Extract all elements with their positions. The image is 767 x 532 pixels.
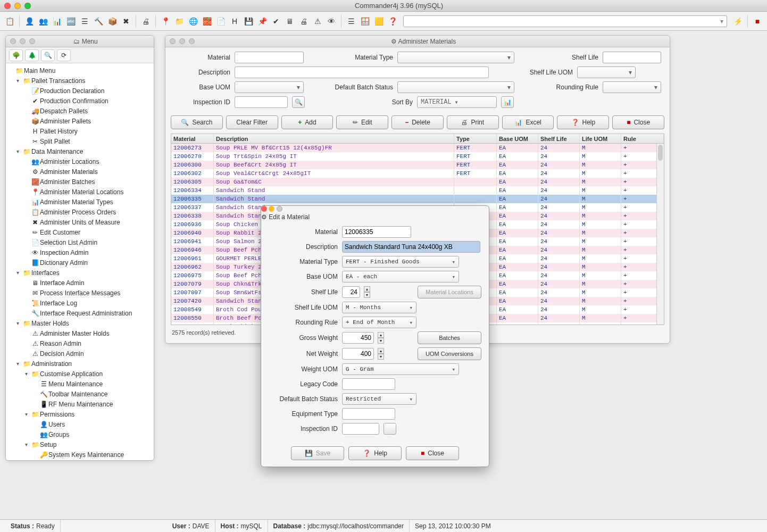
menu-zoom-icon[interactable]: [29, 38, 35, 44]
col-rule[interactable]: Rule: [621, 134, 664, 143]
toolbar-icon-16[interactable]: 💾: [242, 15, 255, 28]
toolbar-icon-15[interactable]: H: [228, 15, 241, 28]
col-description[interactable]: Description: [214, 134, 454, 143]
net-spinner[interactable]: ▲▼: [378, 348, 384, 360]
toolbar-icon-17[interactable]: 📌: [256, 15, 269, 28]
table-row[interactable]: 12006273Soup PRLE MV Bf&Crt15 12(4x85g)F…: [171, 144, 664, 152]
gross-spinner[interactable]: ▲▼: [378, 332, 384, 344]
col-life-uom[interactable]: Life UOM: [580, 134, 621, 143]
toolbar-icon-2[interactable]: 👥: [37, 15, 49, 28]
lightning-icon[interactable]: ⚡: [731, 15, 744, 28]
toolbar-icon-22[interactable]: 👁: [325, 15, 338, 28]
edit-rounding-combo[interactable]: + End of Month: [342, 317, 416, 328]
tree-item-19[interactable]: 📘Dictionary Admin: [7, 257, 153, 268]
uom-conversions-button[interactable]: UOM Conversions: [418, 347, 481, 360]
admin-close-icon[interactable]: [170, 38, 176, 44]
edit-defbatch-combo[interactable]: Restricted: [342, 393, 416, 405]
tree-item-20[interactable]: ▾📁Interfaces: [7, 268, 153, 278]
tree-btn-4[interactable]: ⟳: [57, 49, 71, 61]
base-uom-combo[interactable]: [235, 81, 304, 93]
tree-item-39[interactable]: 🧩Modules: [7, 460, 153, 460]
batches-button[interactable]: Batches: [418, 331, 481, 344]
tree-item-5[interactable]: 📦Administer Pallets: [7, 116, 153, 126]
tree-item-24[interactable]: 🔧Interface Request Administration: [7, 308, 153, 318]
toolbar-icon-1[interactable]: 👤: [23, 15, 36, 28]
close-button[interactable]: ■ Close: [612, 115, 664, 129]
toolbar-icon-4[interactable]: 🔤: [64, 15, 77, 28]
description-input[interactable]: [235, 66, 489, 78]
tree-item-34[interactable]: ▾📁Permissions: [7, 409, 153, 419]
toolbar-icon-26[interactable]: ❓: [386, 15, 399, 28]
edit-slifeuom-combo[interactable]: M - Months: [342, 302, 416, 313]
col-base-uom[interactable]: Base UOM: [497, 134, 538, 143]
edit-shelflife-input[interactable]: [342, 286, 360, 298]
tree-item-6[interactable]: HPallet History: [7, 126, 153, 136]
tree-item-7[interactable]: ✂Split Pallet: [7, 136, 153, 146]
toolbar-icon-6[interactable]: 🔨: [92, 15, 105, 28]
toolbar-icon-3[interactable]: 📊: [51, 15, 63, 28]
edit-insp-lookup[interactable]: [384, 423, 396, 435]
menu-tree[interactable]: 📁Main Menu▾📁Pallet Transactions📝Producti…: [6, 63, 154, 460]
sort-by-combo[interactable]: MATERIAL: [417, 96, 497, 108]
menu-min-icon[interactable]: [20, 38, 26, 44]
table-row[interactable]: 12006305Soup Ga&Tom&CEA24M+: [171, 178, 664, 186]
edit-legacy-input[interactable]: [342, 378, 395, 390]
edit-net-input[interactable]: [342, 348, 374, 360]
tree-item-22[interactable]: ✉Process Interface Messages: [7, 288, 153, 298]
tree-btn-3[interactable]: 🔍: [41, 49, 55, 61]
excel-button[interactable]: 📊 Excel: [502, 115, 554, 129]
tree-item-14[interactable]: 📋Administer Process Orders: [7, 207, 153, 217]
material-input[interactable]: [235, 52, 304, 63]
table-row[interactable]: 12006302Soup Veal&Crt&Crgt 24x85gITFERTE…: [171, 169, 664, 178]
tree-item-0[interactable]: 📁Main Menu: [7, 65, 153, 76]
tree-item-9[interactable]: 👥Administer Locations: [7, 156, 153, 167]
edit-close-icon[interactable]: [261, 206, 267, 212]
toolbar-icon-9[interactable]: 🖨: [139, 15, 152, 28]
edit-wuom-combo[interactable]: G - Gram: [342, 363, 459, 375]
edit-gross-input[interactable]: [342, 332, 374, 344]
col-type[interactable]: Type: [454, 134, 497, 143]
tree-item-23[interactable]: 📜Interface Log: [7, 298, 153, 308]
tree-item-31[interactable]: ☰Menu Maintenance: [7, 379, 153, 389]
zoom-window-icon[interactable]: [24, 3, 31, 9]
delete-button[interactable]: − Delete: [391, 115, 444, 129]
tree-item-11[interactable]: 🧱Administer Batches: [7, 177, 153, 187]
tree-item-15[interactable]: ✖Administer Units of Measure: [7, 217, 153, 227]
toolbar-icon-14[interactable]: 📄: [214, 15, 227, 28]
tree-item-25[interactable]: ▾📁Master Holds: [7, 318, 153, 328]
shelf-life-input[interactable]: [603, 52, 661, 63]
inspection-lookup-button[interactable]: 🔍: [292, 96, 305, 108]
tree-item-21[interactable]: 🖥Interface Admin: [7, 278, 153, 288]
edit-close-button[interactable]: ■ Close: [406, 446, 459, 460]
default-batch-combo[interactable]: [397, 81, 514, 93]
toolbar-combo[interactable]: ▾: [403, 15, 727, 27]
tree-item-10[interactable]: ⚙Administer Materials: [7, 167, 153, 177]
toolbar-icon-23[interactable]: ☰: [345, 15, 357, 28]
tree-item-12[interactable]: 📍Administer Material Locations: [7, 187, 153, 197]
toolbar-icon-20[interactable]: 🖨: [297, 15, 310, 28]
toolbar-icon-18[interactable]: ✔: [270, 15, 282, 28]
edit-button[interactable]: ✏ Edit: [336, 115, 388, 129]
toolbar-icon-24[interactable]: 🪟: [359, 15, 371, 28]
edit-save-button[interactable]: 💾 Save: [291, 446, 344, 460]
tree-item-8[interactable]: ▾📁Data Maintenance: [7, 146, 153, 156]
col-material[interactable]: Material: [171, 134, 214, 143]
material-locations-button[interactable]: Material Locations: [418, 286, 481, 298]
table-scrollbar[interactable]: [656, 144, 664, 325]
table-row[interactable]: 12006278Soup Trt&Spin 24x85g ITFERTEA24M…: [171, 152, 664, 161]
edit-material-input[interactable]: [342, 226, 411, 238]
toolbar-icon-25[interactable]: 🟨: [372, 15, 385, 28]
toolbar-icon-21[interactable]: ⚠: [311, 15, 324, 28]
close-window-icon[interactable]: [4, 3, 11, 9]
shelf-life-uom-combo[interactable]: [577, 66, 636, 78]
minimize-window-icon[interactable]: [14, 3, 21, 9]
tree-item-13[interactable]: 📊Administer Material Types: [7, 197, 153, 207]
tree-item-29[interactable]: ▾📁Administration: [7, 359, 153, 369]
tree-item-38[interactable]: 🔑System Keys Maintenance: [7, 450, 153, 460]
col-shelf-life[interactable]: Shelf Life: [538, 134, 580, 143]
admin-min-icon[interactable]: [179, 38, 185, 44]
inspection-id-input[interactable]: [235, 96, 288, 108]
edit-min-icon[interactable]: [269, 206, 274, 212]
tree-item-37[interactable]: ▾📁Setup: [7, 439, 153, 450]
material-type-combo[interactable]: [397, 52, 514, 63]
